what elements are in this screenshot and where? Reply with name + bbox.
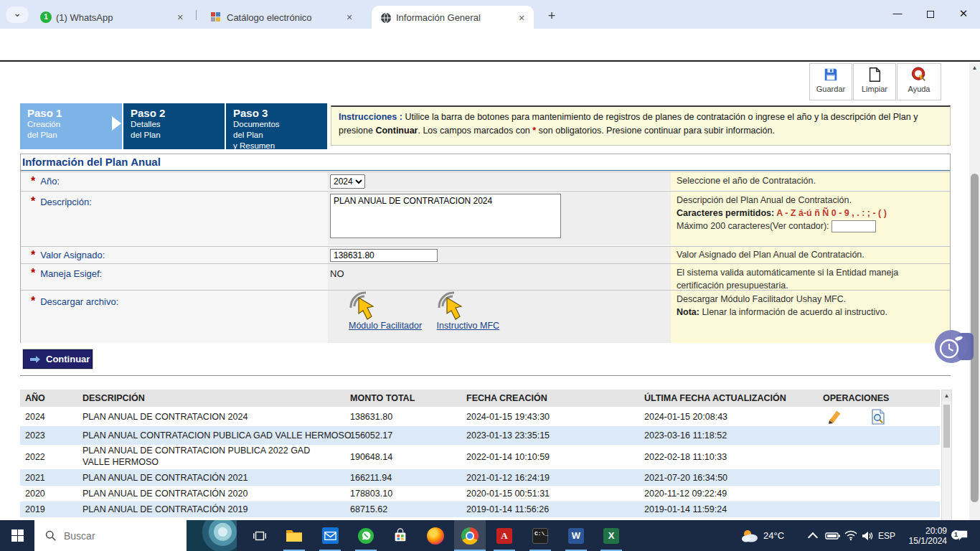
required-asterisk: * [31,295,35,307]
window-close-button[interactable]: ✕ [952,3,975,24]
caret-up-icon [808,532,818,542]
scroll-up-icon[interactable]: ▲ [942,390,951,401]
weather-tray-item[interactable]: 24°C [740,520,784,551]
descripcion-textarea[interactable]: PLAN ANUAL DE CONTRATACION 2024 [330,194,561,238]
whatsapp-icon[interactable] [350,520,382,551]
search-input[interactable] [64,530,171,542]
tab-catalogo[interactable]: Catálogo electrónico ✕ [202,6,362,29]
clock-tray-item[interactable]: 20:09 15/1/2024 [901,520,947,551]
table-row: 2021 PLAN ANUAL DE CONTRATACIÓN 2021 166… [20,469,940,486]
modulo-facilitador-link[interactable]: Módulo Facilitador [349,321,422,331]
esigef-help: El sistema valida automáticamente si la … [671,264,950,290]
acrobat-icon[interactable]: A [489,520,520,551]
col-ultima-fecha: ÚLTIMA FECHA ACTUALIZACIÓN [644,393,786,403]
new-tab-button[interactable]: + [542,7,561,26]
page-content: Guardar Limpiar Ayuda Paso 1 Creación de… [0,60,980,520]
close-icon[interactable]: ✕ [174,11,187,24]
instructions-label: Instrucciones : [339,112,402,122]
window-minimize-button[interactable]: — [886,3,909,24]
ayuda-button[interactable]: Ayuda [897,63,941,100]
chrome-icon[interactable] [454,520,486,551]
task-view-button[interactable] [244,520,275,551]
tray-time: 20:09 [909,526,947,536]
microsoft-store-icon[interactable] [385,520,416,551]
start-button[interactable] [0,520,34,551]
tab-title: Información General [396,12,511,23]
modulo-facilitador-item[interactable]: Módulo Facilitador [349,291,422,331]
language-indicator[interactable]: ESP [878,520,895,551]
required-asterisk: * [31,195,35,207]
blank-page-icon [854,67,895,83]
limpiar-button[interactable]: Limpiar [853,63,896,100]
tab-search-button[interactable]: ⌄ [6,6,29,23]
wizard-step-1: Paso 1 Creación del Plan [20,103,122,149]
globe-icon [380,12,392,24]
scroll-up-icon[interactable]: ▲ [969,63,980,73]
browser-tab-strip: ⌄ 1 (1) WhatsApp ✕ Catálogo electrónico … [0,0,980,29]
notification-icon: 1 [956,529,969,542]
form-row-esigef: *Maneja Esigef: NO El sistema valida aut… [21,263,950,290]
table-header-row: AÑO DESCRIPCIÓN MONTO TOTAL FECHA CREACI… [20,390,940,407]
tab-divider [196,10,197,20]
close-icon[interactable]: ✕ [343,11,356,24]
terminal-icon[interactable]: C:\_ [524,520,556,551]
whatsapp-badge-favicon: 1 [40,11,52,23]
taskbar-search[interactable] [34,520,237,551]
form-row-anio: *Año: 2024 Seleccione el año de Contrata… [21,171,950,190]
edit-pencil-icon[interactable] [826,410,842,424]
col-monto: MONTO TOTAL [350,393,415,403]
descripcion-help: Descripción del Plan Anual de Contrataci… [671,192,950,245]
floating-clock-widget[interactable] [935,330,976,363]
continuar-button[interactable]: Continuar [23,349,93,369]
temperature-text: 24°C [763,530,784,541]
form-row-descargar: *Descargar archivo: Módulo Facilitador I… [21,290,950,343]
tab-whatsapp[interactable]: 1 (1) WhatsApp ✕ [32,6,192,29]
mail-icon[interactable] [314,520,346,551]
table-row: 2024 PLAN ANUAL DE CONTRATACION 2024 138… [20,407,940,426]
col-descripcion: DESCRIPCIÓN [83,393,145,403]
close-icon[interactable]: ✕ [515,11,528,24]
guardar-button[interactable]: Guardar [809,63,852,100]
tray-date: 15/1/2024 [909,536,947,546]
table-row: 2022 PLAN ANUAL DE CONTRATACION PUBLICA … [20,445,940,469]
search-icon [44,529,57,542]
floppy-disk-icon [810,67,852,83]
col-anio: AÑO [25,393,45,403]
instructivo-mfc-link[interactable]: Instructivo MFC [437,321,500,331]
table-scrollbar-thumb[interactable] [943,405,950,448]
wifi-icon[interactable] [844,520,858,551]
excel-icon[interactable]: X [595,520,627,551]
esigef-value: NO [330,268,344,279]
search-box-artwork [187,520,237,551]
speaker-icon[interactable] [861,520,874,551]
valor-help: Valor Asignado del Plan Anual de Contrat… [671,247,950,263]
catalog-favicon [211,11,222,23]
window-maximize-button[interactable] [919,3,942,24]
counter-input[interactable] [831,220,876,232]
descripcion-label: Descripción: [40,197,92,207]
esigef-label: Maneja Esigef: [40,268,102,279]
plan-anual-form: Información del Plan Anual *Año: 2024 Se… [20,154,951,343]
firefox-icon[interactable] [420,520,451,551]
preview-document-icon[interactable] [871,409,885,425]
file-explorer-icon[interactable] [278,520,310,551]
clock-icon[interactable] [935,330,968,363]
wizard-step-2: Paso 2 Detalles del Plan [123,103,225,149]
tray-overflow-button[interactable] [809,520,816,551]
notification-center-button[interactable]: 1 [956,520,969,551]
anio-select[interactable]: 2024 [330,174,365,189]
click-download-icon [349,291,422,321]
anio-label: Año: [40,176,60,187]
descargar-label: Descargar archivo: [40,296,118,307]
table-scrollbar[interactable]: ▲ [941,390,952,520]
required-asterisk: * [31,267,35,279]
valor-input[interactable] [330,249,438,262]
tab-informacion-general[interactable]: Información General ✕ [372,6,534,29]
windows-taskbar: A C:\_ W X 24°C ESP 20:09 15/1/2024 [0,520,980,551]
table-row: 2020 PLAN ANUAL DE CONTRATACIÓN 2020 178… [20,486,940,501]
word-icon[interactable]: W [560,520,592,551]
battery-icon[interactable] [825,520,841,551]
instructivo-mfc-item[interactable]: Instructivo MFC [437,291,500,331]
form-row-valor: *Valor Asignado: Valor Asignado del Plan… [21,246,950,263]
page-scrollbar[interactable]: ▲ [969,63,980,520]
